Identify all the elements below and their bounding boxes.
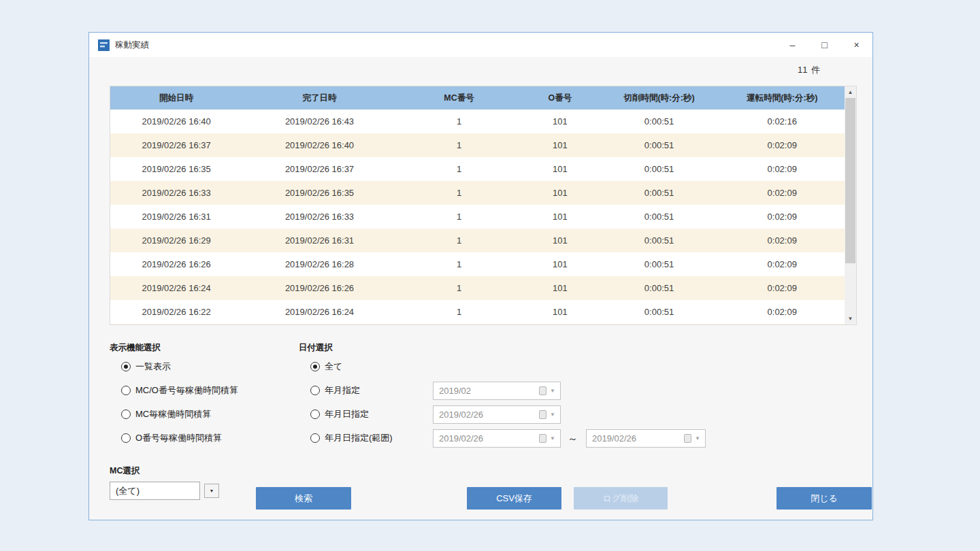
table-cell: 1: [397, 276, 521, 300]
table-cell: 2019/02/26 16:37: [242, 157, 397, 181]
maximize-button[interactable]: □: [808, 33, 840, 57]
table-cell: 1: [397, 110, 521, 133]
chevron-down-icon[interactable]: ▼: [695, 435, 700, 441]
mc-select-value: (全て): [110, 485, 140, 497]
chevron-down-icon[interactable]: ▼: [550, 388, 555, 394]
mc-selection-label: MC選択: [110, 465, 140, 477]
radio-icon: [310, 433, 320, 443]
radio-date-all[interactable]: 全て: [310, 360, 342, 373]
table-cell: 101: [521, 300, 598, 324]
range-end-picker[interactable]: 2019/02/26 ▼: [586, 429, 706, 448]
table-cell: 0:02:09: [720, 157, 845, 181]
table-cell: 101: [521, 205, 598, 229]
scroll-down-icon[interactable]: ▼: [845, 313, 856, 324]
close-window-button[interactable]: ×: [840, 33, 872, 57]
table-cell: 2019/02/26 16:22: [110, 300, 242, 324]
table-row[interactable]: 2019/02/26 16:352019/02/26 16:3711010:00…: [110, 157, 845, 181]
radio-icon: [310, 386, 320, 395]
table-cell: 0:00:51: [599, 229, 720, 252]
search-button[interactable]: 検索: [256, 487, 351, 510]
column-header[interactable]: 開始日時: [110, 86, 242, 110]
column-header[interactable]: O番号: [521, 86, 598, 110]
radio-label: 全て: [325, 361, 342, 373]
radio-label: 年月日指定(範囲): [325, 432, 393, 444]
table-cell: 2019/02/26 16:33: [242, 205, 397, 229]
table-cell: 0:00:51: [599, 181, 720, 205]
table-cell: 0:00:51: [599, 110, 720, 133]
table-header: 開始日時完了日時MC番号O番号切削時間(時:分:秒)運転時間(時:分:秒): [110, 86, 845, 110]
date-value: 2019/02/26: [434, 433, 539, 444]
table-row[interactable]: 2019/02/26 16:332019/02/26 16:3511010:00…: [110, 181, 845, 205]
column-header[interactable]: 運転時間(時:分:秒): [720, 86, 845, 110]
scroll-up-icon[interactable]: ▲: [845, 86, 856, 98]
table-row[interactable]: 2019/02/26 16:312019/02/26 16:3311010:00…: [110, 205, 845, 229]
table-cell: 0:00:51: [599, 157, 720, 181]
window-controls: – □ ×: [777, 33, 872, 57]
table-cell: 2019/02/26 16:28: [242, 252, 397, 276]
date-picker[interactable]: 2019/02/26 ▼: [433, 405, 561, 424]
radio-label: MC/O番号毎稼働時間積算: [135, 384, 238, 397]
table-cell: 2019/02/26 16:37: [110, 133, 242, 157]
table-row[interactable]: 2019/02/26 16:292019/02/26 16:3111010:00…: [110, 229, 845, 252]
log-delete-button[interactable]: ログ削除: [574, 487, 668, 510]
radio-icon: [121, 433, 131, 443]
table-cell: 0:02:09: [720, 229, 845, 252]
date-selection-label: 日付選択: [299, 342, 333, 354]
table-cell: 1: [397, 133, 521, 157]
table-cell: 101: [521, 110, 598, 133]
table-cell: 101: [521, 252, 598, 276]
table-cell: 2019/02/26 16:26: [110, 252, 242, 276]
calendar-icon: [684, 434, 691, 443]
table-row[interactable]: 2019/02/26 16:372019/02/26 16:4011010:00…: [110, 133, 845, 157]
radio-icon: [121, 386, 131, 395]
table-row[interactable]: 2019/02/26 16:402019/02/26 16:4311010:00…: [110, 110, 845, 133]
mc-select-dropdown-button[interactable]: ▼: [204, 484, 219, 498]
table-row[interactable]: 2019/02/26 16:222019/02/26 16:2411010:00…: [110, 300, 845, 324]
app-icon: [98, 39, 110, 51]
column-header[interactable]: MC番号: [397, 86, 521, 110]
table-cell: 0:02:09: [720, 133, 845, 157]
table-cell: 1: [397, 300, 521, 324]
table-cell: 0:00:51: [599, 276, 720, 300]
table-cell: 2019/02/26 16:33: [110, 181, 242, 205]
calendar-icon: [539, 410, 546, 419]
radio-list-display[interactable]: 一覧表示: [121, 360, 171, 373]
radio-mc-accumulate[interactable]: MC毎稼働時間積算: [121, 407, 211, 421]
mc-select-combobox[interactable]: (全て): [110, 482, 200, 500]
table-row[interactable]: 2019/02/26 16:262019/02/26 16:2811010:00…: [110, 252, 845, 276]
csv-save-button[interactable]: CSV保存: [467, 487, 561, 510]
operation-results-window: 稼動実績 – □ × 11 件 開始日時完了日時MC番号O番号切削時間(時:分:…: [88, 32, 873, 520]
radio-o-accumulate[interactable]: O番号毎稼働時間積算: [121, 431, 222, 445]
table-row[interactable]: 2019/02/26 16:242019/02/26 16:2611010:00…: [110, 276, 845, 300]
column-header[interactable]: 切削時間(時:分:秒): [599, 86, 720, 110]
radio-label: 年月日指定: [325, 408, 369, 420]
window-title: 稼動実績: [115, 39, 149, 51]
minimize-button[interactable]: –: [777, 33, 808, 57]
display-function-label: 表示機能選択: [110, 342, 161, 354]
chevron-down-icon[interactable]: ▼: [550, 412, 555, 418]
column-header[interactable]: 完了日時: [242, 86, 397, 110]
radio-label: 年月指定: [325, 384, 360, 397]
results-table: 開始日時完了日時MC番号O番号切削時間(時:分:秒)運転時間(時:分:秒) 20…: [110, 86, 857, 325]
chevron-down-icon[interactable]: ▼: [550, 435, 555, 441]
radio-date-range[interactable]: 年月日指定(範囲): [310, 431, 393, 445]
radio-label: O番号毎稼働時間積算: [135, 432, 222, 444]
radio-mc-o-accumulate[interactable]: MC/O番号毎稼働時間積算: [121, 384, 238, 397]
radio-year-month[interactable]: 年月指定: [310, 384, 360, 397]
table-cell: 101: [521, 157, 598, 181]
year-month-picker[interactable]: 2019/02 ▼: [433, 382, 561, 400]
table-cell: 2019/02/26 16:24: [110, 276, 242, 300]
table-cell: 0:02:16: [720, 110, 845, 133]
date-value: 2019/02/26: [434, 410, 539, 420]
table-cell: 0:00:51: [599, 252, 720, 276]
vertical-scrollbar[interactable]: ▲ ▼: [845, 86, 856, 324]
range-start-picker[interactable]: 2019/02/26 ▼: [433, 429, 561, 448]
radio-year-month-day[interactable]: 年月日指定: [310, 407, 369, 421]
table-cell: 2019/02/26 16:29: [110, 229, 242, 252]
table-grid: 開始日時完了日時MC番号O番号切削時間(時:分:秒)運転時間(時:分:秒) 20…: [110, 86, 845, 324]
table-cell: 0:00:51: [599, 133, 720, 157]
scrollbar-thumb[interactable]: [845, 98, 855, 263]
table-cell: 2019/02/26 16:35: [242, 181, 397, 205]
table-cell: 1: [397, 229, 521, 252]
close-button[interactable]: 閉じる: [777, 487, 872, 510]
